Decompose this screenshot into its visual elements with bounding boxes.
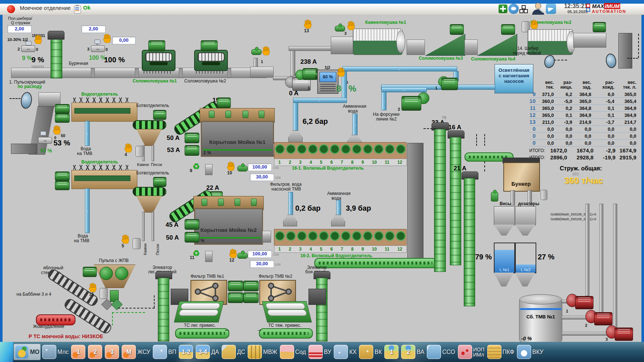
taskbar-app-icon[interactable]: 1 xyxy=(384,345,399,359)
taskbar-app-icon[interactable] xyxy=(308,345,323,359)
valve-5[interactable] xyxy=(133,238,141,249)
motor[interactable] xyxy=(83,267,97,277)
motor[interactable] xyxy=(55,181,70,190)
taskbar-app-icon[interactable] xyxy=(42,345,56,359)
taskbar-app-icon[interactable]: 1-2 xyxy=(179,345,193,359)
timer1-off[interactable]: 30,00 xyxy=(250,173,274,181)
motor[interactable] xyxy=(148,40,165,51)
leaf-screw[interactable] xyxy=(133,120,166,130)
taskbar-app-icon[interactable]: 1 xyxy=(71,345,85,359)
elevator-23a[interactable] xyxy=(434,129,446,272)
auto-cycle-icon[interactable]: ♻9 xyxy=(193,163,200,171)
alarm-indicator[interactable] xyxy=(7,5,15,13)
gate-1[interactable] xyxy=(21,45,35,52)
taskbar-app-icon[interactable]: 2 xyxy=(88,345,102,359)
level-tank-1[interactable]: L №1 xyxy=(494,243,515,273)
vibro-trough-1[interactable] xyxy=(174,301,224,322)
weigher-valve[interactable] xyxy=(491,192,498,202)
beet-tails-elevator[interactable] xyxy=(316,278,327,341)
taskbar-item[interactable]: 3 xyxy=(104,344,120,360)
heavy-impurity-belt[interactable] xyxy=(259,328,313,339)
straw-catcher-1[interactable] xyxy=(142,50,175,71)
manual-mode-hand-icon[interactable] xyxy=(530,19,539,30)
manual-mode-hand-icon[interactable]: 10 xyxy=(226,161,236,172)
taskbar-app-icon[interactable] xyxy=(487,345,501,359)
hmi-icon[interactable] xyxy=(95,40,100,44)
taskbar-app-icon[interactable] xyxy=(222,345,236,359)
hmi-icon[interactable] xyxy=(40,131,46,136)
manual-mode-hand-icon[interactable]: 12 xyxy=(229,248,238,259)
motor[interactable] xyxy=(201,40,218,51)
timer2-off[interactable]: 30,00 xyxy=(250,260,274,268)
q-setpoint-1[interactable]: 2,00 xyxy=(7,25,32,33)
add-icon[interactable] xyxy=(499,4,507,13)
valve-4[interactable] xyxy=(136,146,144,157)
motor[interactable] xyxy=(501,24,515,35)
filter-motor[interactable] xyxy=(243,292,259,303)
valve[interactable] xyxy=(237,253,248,259)
q-setpoint-2[interactable]: 2,00 xyxy=(81,25,106,33)
straw-catcher-2[interactable] xyxy=(194,50,228,71)
taskbar-app-icon[interactable]: М xyxy=(122,345,136,359)
taskbar-item-пкф[interactable]: ПКФ xyxy=(486,344,515,360)
manual-mode-hand-icon[interactable] xyxy=(34,34,43,45)
level-tank-2[interactable]: L №2 xyxy=(515,243,536,273)
weigher-valve[interactable] xyxy=(541,190,547,200)
timer1-on[interactable]: 100,00 xyxy=(248,163,272,171)
vibro-trough-2[interactable] xyxy=(262,301,312,322)
valve-3[interactable] xyxy=(335,26,345,32)
motor-50b[interactable] xyxy=(185,232,199,243)
taskbar-item-кх[interactable]: КХ xyxy=(333,344,357,360)
motor[interactable] xyxy=(153,110,166,120)
gate-2[interactable] xyxy=(91,45,105,52)
taskbar-item[interactable]: 1 xyxy=(384,344,399,360)
taskbar-item-жсу[interactable]: МЖСУ xyxy=(121,344,151,360)
beet-elevator[interactable] xyxy=(51,36,62,78)
manual-mode-hand-icon[interactable] xyxy=(52,125,62,136)
manual-mode-hand-icon[interactable] xyxy=(337,67,346,78)
taskbar-app-icon[interactable] xyxy=(248,345,262,359)
filter-motor[interactable] xyxy=(243,281,259,291)
taskbar-app-icon[interactable] xyxy=(359,345,373,359)
auto-cycle-icon[interactable]: ♻11 xyxy=(193,250,200,258)
light-impurity-belt[interactable] xyxy=(175,328,229,339)
motor[interactable] xyxy=(593,22,606,32)
elevator-16a[interactable] xyxy=(450,137,461,265)
valve[interactable] xyxy=(237,166,248,171)
tmb-pump-2[interactable] xyxy=(594,312,612,325)
water-separator-1[interactable] xyxy=(71,103,137,122)
roller-separator-2[interactable] xyxy=(274,229,407,246)
manual-mode-hand-icon[interactable] xyxy=(262,46,271,57)
taskbar-item[interactable]: 1-2 xyxy=(178,344,194,360)
tmb-tank[interactable]: Сб. ТМВ №1 -0 % xyxy=(519,298,562,343)
taskbar-item[interactable]: 2 xyxy=(87,344,103,360)
operator-icon[interactable] xyxy=(531,2,545,14)
tmb-pump-1[interactable] xyxy=(575,296,593,309)
gate-53[interactable] xyxy=(38,137,52,144)
taskbar-item-вк[interactable]: ВК xyxy=(358,344,382,360)
taskbar-app-icon[interactable]: 3-4 xyxy=(196,345,210,359)
bunker[interactable] xyxy=(503,162,540,192)
valve-15[interactable] xyxy=(100,288,108,299)
motor-53a[interactable] xyxy=(185,145,199,156)
motor[interactable] xyxy=(153,177,166,187)
taskbar-item-млс[interactable]: Млс xyxy=(41,344,70,360)
network-icon[interactable] xyxy=(519,5,527,12)
manual-mode-hand-icon[interactable] xyxy=(347,21,356,32)
taskbar-app-icon[interactable] xyxy=(280,345,294,359)
valve-1[interactable] xyxy=(251,49,262,55)
motor[interactable] xyxy=(55,104,70,114)
filter-motor[interactable] xyxy=(228,281,243,291)
taskbar-app-icon[interactable] xyxy=(458,345,472,359)
elevator-21a[interactable] xyxy=(464,178,475,306)
taskbar-item-ва[interactable]: 2ВА xyxy=(400,344,425,360)
chat-icon[interactable] xyxy=(508,4,519,14)
taskbar-item-ссо[interactable]: ССО xyxy=(426,344,456,360)
taskbar-item-сод[interactable]: Сод xyxy=(279,344,307,360)
taskbar-item-мо[interactable]: МО xyxy=(14,344,40,360)
motor[interactable] xyxy=(55,113,70,123)
light-impurity-elevator[interactable] xyxy=(158,278,169,341)
taskbar-app-icon[interactable]: 3 xyxy=(105,345,119,359)
hmi-icon[interactable] xyxy=(26,41,32,45)
telegram-icon[interactable] xyxy=(546,4,556,14)
